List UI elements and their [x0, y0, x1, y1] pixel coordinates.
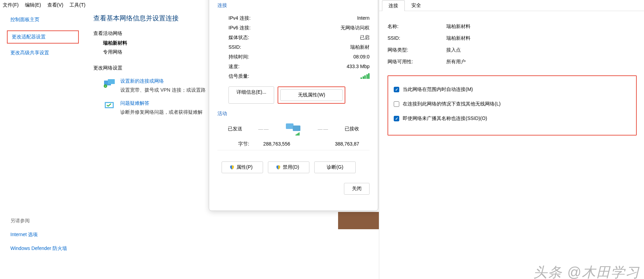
svg-rect-1 [108, 79, 115, 84]
hidden-ssid-label: 即使网络未广播其名称也连接(SSID)(O) [403, 115, 487, 122]
speed-row: 速度:433.3 Mbp [228, 62, 370, 72]
wireless-properties-button[interactable]: 无线属性(W) [280, 89, 343, 101]
checkbox-group-highlight: 当此网络在范围内时自动连接(M) 在连接到此网络的情况下查找其他无线网络(L) … [388, 75, 637, 136]
bytes-row: 字节: 288,763,556 388,763,87 [217, 141, 370, 147]
activity-section-title: 活动 [217, 111, 370, 117]
menu-tools[interactable]: 工具(T) [69, 2, 85, 8]
control-panel-home-link[interactable]: 控制面板主页 [10, 17, 89, 23]
sharing-settings-link[interactable]: 更改高级共享设置 [10, 50, 89, 56]
shield-icon [230, 165, 234, 170]
find-others-checkbox[interactable] [394, 101, 399, 107]
svg-rect-6 [286, 123, 293, 129]
svg-text:+: + [105, 85, 106, 88]
signal-bars-icon [361, 73, 370, 79]
duration-row: 持续时间:08:09:0 [228, 52, 370, 62]
disable-button[interactable]: 禁用(D) [268, 161, 309, 173]
hidden-ssid-row[interactable]: 即使网络未广播其名称也连接(SSID)(O) [394, 111, 631, 126]
wireless-props-highlight: 无线属性(W) [278, 86, 345, 104]
auto-connect-checkbox[interactable] [394, 87, 399, 92]
properties-button[interactable]: 属性(P) [222, 161, 263, 173]
auto-connect-row[interactable]: 当此网络在范围内时自动连接(M) [394, 82, 631, 97]
menu-view[interactable]: 查看(V) [47, 2, 64, 8]
svg-rect-11 [299, 132, 300, 136]
bytes-sent: 288,763,556 [263, 141, 290, 147]
find-others-row[interactable]: 在连接到此网络的情况下查找其他无线网络(L) [394, 97, 631, 111]
defender-firewall-link[interactable]: Windows Defender 防火墙 [10, 245, 89, 252]
see-also-label: 另请参阅 [10, 218, 89, 224]
menu-file[interactable]: 文件(F) [3, 2, 19, 8]
left-sidebar: 控制面板主页 更改适配器设置 更改高级共享设置 另请参阅 Internet 选项… [0, 10, 89, 279]
bytes-label: 字节: [238, 141, 249, 147]
activity-monitors-icon [285, 122, 302, 136]
auto-connect-label: 当此网络在范围内时自动连接(M) [403, 86, 473, 93]
close-button[interactable]: 关闭 [344, 183, 370, 195]
diagnose-button[interactable]: 诊断(G) [314, 161, 356, 173]
signal-row: 信号质量: [228, 72, 370, 82]
recv-label: 已接收 [345, 126, 359, 132]
find-others-label: 在连接到此网络的情况下查找其他无线网络(L) [403, 101, 501, 107]
connection-section-title: 连接 [209, 0, 378, 10]
svg-rect-8 [296, 134, 297, 136]
shield-icon [276, 165, 281, 170]
prop-avail-row: 网络可用性:所有用户 [388, 56, 637, 68]
tabs: 连接 安全 [379, 0, 644, 11]
prop-ssid-row: SSID:瑞柏新材料 [388, 32, 637, 44]
adapter-settings-highlight: 更改适配器设置 [7, 30, 79, 44]
ipv6-row: IPv6 连接:无网络访问权 [228, 23, 370, 33]
wireless-properties-dialog: 连接 安全 名称:瑞柏新材料 SSID:瑞柏新材料 网络类型:接入点 网络可用性… [379, 0, 644, 279]
tab-connection[interactable]: 连接 [382, 0, 405, 11]
ssid-row: SSID:瑞柏新材 [228, 43, 370, 52]
svg-rect-7 [293, 125, 300, 131]
activity-row: 已发送 —— —— 已接收 [217, 122, 370, 141]
prop-nettype-row: 网络类型:接入点 [388, 44, 637, 56]
wifi-status-dialog: 连接 IPv4 连接:Intern IPv6 连接:无网络访问权 媒体状态:已启… [209, 0, 378, 211]
ipv4-row: IPv4 连接:Intern [228, 13, 370, 23]
details-button[interactable]: 详细信息(E)... [228, 86, 274, 104]
menu-edit[interactable]: 编辑(E) [25, 2, 41, 8]
prop-name-row: 名称:瑞柏新材料 [388, 21, 637, 32]
svg-rect-10 [298, 133, 299, 136]
hidden-ssid-checkbox[interactable] [394, 116, 399, 121]
tab-security[interactable]: 安全 [405, 0, 428, 11]
sent-label: 已发送 [228, 126, 242, 132]
troubleshoot-icon [103, 100, 116, 111]
internet-options-link[interactable]: Internet 选项 [10, 232, 89, 238]
network-setup-icon: + [103, 78, 116, 89]
media-row: 媒体状态:已启 [228, 33, 370, 43]
svg-rect-9 [297, 134, 298, 136]
bytes-recv: 388,763,87 [335, 141, 359, 147]
adapter-settings-link[interactable]: 更改适配器设置 [12, 34, 74, 40]
